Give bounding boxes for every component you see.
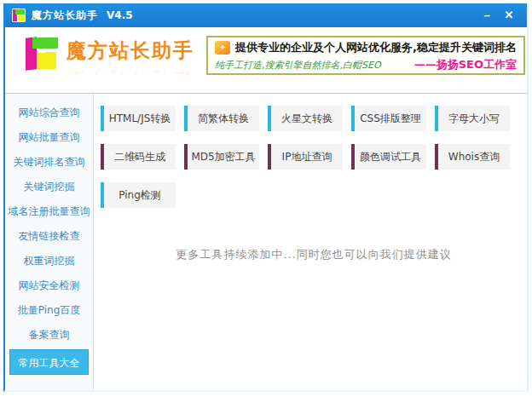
tool-button-whois-query[interactable]: Whois查询 [435,144,510,170]
titlebar[interactable]: 魔方站长助手 V4.5 – ✕ [5,3,527,27]
banner-logo-icon: ✦ [215,41,230,55]
app-icon [12,9,26,22]
header: 魔方站长助手 魔方站长助手 ✦ 提供专业的企业及个人网站优化服务,稳定提升关键词… [5,27,527,94]
tool-button-ip-query[interactable]: IP地址查询 [268,144,343,170]
sidebar-item-keyword-mining[interactable]: 关键词挖掘 [5,175,93,199]
logo-text: 魔方站长助手 [66,37,194,64]
app-logo: 魔方站长助手 魔方站长助手 [24,34,194,78]
ad-banner[interactable]: ✦ 提供专业的企业及个人网站优化服务,稳定提升关键词排名 纯手工打造,搜索引擎自… [206,36,525,75]
tool-button-martian-text-convert[interactable]: 火星文转换 [268,106,343,131]
sidebar-item-common-tools[interactable]: 常用工具大全 [9,349,89,375]
window-version: V4.5 [107,9,133,21]
sidebar-item-keyword-rank-query[interactable]: 关键词排名查询 [5,150,93,175]
minimize-button[interactable]: – [476,6,498,25]
window-title: 魔方站长助手 [32,9,98,23]
sidebar-item-icp-record-query[interactable]: 备案查询 [5,323,93,348]
logo-reflection: 魔方站长助手 [66,64,194,78]
sidebar-item-domain-batch-query[interactable]: 域名注册批量查询 [5,199,93,224]
sidebar-item-batch-ping-baidu[interactable]: 批量Ping百度 [5,298,93,323]
sidebar-item-site-security-check[interactable]: 网站安全检测 [5,273,93,298]
tool-button-css-format[interactable]: CSS排版整理 [351,106,426,131]
tool-button-simplified-traditional-convert[interactable]: 简繁体转换 [184,106,259,131]
banner-signature: ——扬扬SEO工作室 [414,57,517,72]
app-window: 魔方站长助手 V4.5 – ✕ 魔方站长助手 魔方站长助手 ✦ 提供专业的企业及… [3,3,529,392]
tool-row-2: 二维码生成 MD5加密工具 IP地址查询 颜色调试工具 Whois查询 [101,144,527,170]
sidebar-item-site-batch-query[interactable]: 网站批量查询 [5,125,93,150]
cube-logo-icon [24,36,60,72]
tool-button-html-js-convert[interactable]: HTML/JS转换 [101,106,176,131]
sidebar-item-friend-link-check[interactable]: 友情链接检查 [5,224,93,249]
sidebar-item-site-overview-query[interactable]: 网站综合查询 [5,101,93,125]
close-button[interactable]: ✕ [498,6,520,25]
tool-button-letter-case[interactable]: 字母大小写 [435,106,510,131]
tool-button-ping-test[interactable]: Ping检测 [101,182,176,208]
tool-row-3: Ping检测 [101,182,527,208]
banner-subline: 纯手工打造,搜索引擎自然排名,白帽SEO [215,59,381,72]
banner-headline: 提供专业的企业及个人网站优化服务,稳定提升关键词排名 [235,40,517,55]
main-panel: HTML/JS转换 简繁体转换 火星文转换 CSS排版整理 字母大小写 二维码生… [94,94,527,391]
tool-row-1: HTML/JS转换 简繁体转换 火星文转换 CSS排版整理 字母大小写 [101,106,527,131]
sidebar-item-weight-word-mining[interactable]: 权重词挖掘 [5,249,93,273]
sidebar: 网站综合查询 网站批量查询 关键词排名查询 关键词挖掘 域名注册批量查询 友情链… [5,94,94,391]
more-tools-notice: 更多工具持续添加中...同时您也可以向我们提供建议 [101,247,527,262]
tool-button-qrcode-generate[interactable]: 二维码生成 [101,144,176,170]
tool-button-color-debug[interactable]: 颜色调试工具 [351,144,426,170]
tool-button-md5-encrypt[interactable]: MD5加密工具 [184,144,259,170]
